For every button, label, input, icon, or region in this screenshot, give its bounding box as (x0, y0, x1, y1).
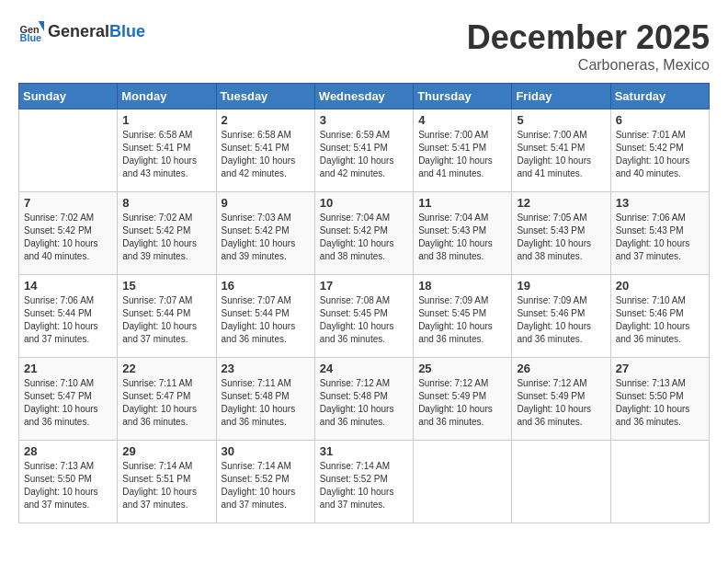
cell-info: Sunrise: 7:07 AM Sunset: 5:44 PM Dayligh… (122, 294, 210, 346)
cell-info: Sunrise: 7:12 AM Sunset: 5:49 PM Dayligh… (418, 377, 506, 429)
day-number: 5 (517, 113, 605, 127)
cell-info: Sunrise: 7:11 AM Sunset: 5:48 PM Dayligh… (222, 377, 310, 429)
svg-text:Blue: Blue (20, 32, 42, 43)
day-number: 2 (222, 113, 310, 127)
day-number: 25 (418, 362, 506, 375)
calendar-cell: 19Sunrise: 7:09 AM Sunset: 5:46 PM Dayli… (512, 275, 610, 358)
cell-info: Sunrise: 7:09 AM Sunset: 5:45 PM Dayligh… (418, 294, 506, 346)
day-number: 7 (24, 196, 112, 210)
logo: Gen Blue GeneralBlue (18, 18, 145, 44)
cell-info: Sunrise: 7:10 AM Sunset: 5:46 PM Dayligh… (616, 294, 704, 346)
calendar-week-4: 21Sunrise: 7:10 AM Sunset: 5:47 PM Dayli… (19, 358, 710, 441)
calendar-cell: 26Sunrise: 7:12 AM Sunset: 5:49 PM Dayli… (512, 358, 610, 441)
day-number: 21 (24, 362, 112, 375)
cell-info: Sunrise: 7:10 AM Sunset: 5:47 PM Dayligh… (24, 377, 112, 429)
cell-info: Sunrise: 7:04 AM Sunset: 5:43 PM Dayligh… (418, 212, 506, 263)
calendar-cell (19, 109, 118, 192)
column-header-friday: Friday (512, 84, 610, 109)
cell-info: Sunrise: 6:58 AM Sunset: 5:41 PM Dayligh… (122, 129, 210, 180)
day-number: 8 (122, 196, 210, 210)
calendar-cell: 11Sunrise: 7:04 AM Sunset: 5:43 PM Dayli… (414, 192, 512, 275)
calendar-cell: 6Sunrise: 7:01 AM Sunset: 5:42 PM Daylig… (610, 109, 709, 192)
calendar-cell: 1Sunrise: 6:58 AM Sunset: 5:41 PM Daylig… (118, 109, 216, 192)
cell-info: Sunrise: 7:12 AM Sunset: 5:49 PM Dayligh… (517, 377, 605, 429)
cell-info: Sunrise: 7:13 AM Sunset: 5:50 PM Dayligh… (24, 460, 112, 511)
page-header: Gen Blue GeneralBlue December 2025 Carbo… (18, 18, 710, 74)
day-number: 1 (122, 113, 210, 127)
day-number: 14 (24, 279, 112, 293)
day-number: 27 (616, 362, 704, 375)
calendar-cell: 3Sunrise: 6:59 AM Sunset: 5:41 PM Daylig… (314, 109, 413, 192)
day-number: 4 (418, 113, 506, 127)
cell-info: Sunrise: 7:01 AM Sunset: 5:42 PM Dayligh… (616, 129, 704, 180)
calendar-cell: 13Sunrise: 7:06 AM Sunset: 5:43 PM Dayli… (610, 192, 709, 275)
day-number: 13 (616, 196, 704, 210)
calendar-cell: 24Sunrise: 7:12 AM Sunset: 5:48 PM Dayli… (314, 358, 413, 441)
calendar-week-1: 1Sunrise: 6:58 AM Sunset: 5:41 PM Daylig… (19, 109, 710, 192)
day-number: 31 (320, 444, 408, 458)
calendar-cell: 16Sunrise: 7:07 AM Sunset: 5:44 PM Dayli… (216, 275, 314, 358)
cell-info: Sunrise: 6:58 AM Sunset: 5:41 PM Dayligh… (222, 129, 310, 180)
column-header-monday: Monday (118, 84, 216, 109)
calendar-cell: 31Sunrise: 7:14 AM Sunset: 5:52 PM Dayli… (314, 441, 413, 523)
location-title: Carboneras, Mexico (467, 57, 710, 74)
cell-info: Sunrise: 7:08 AM Sunset: 5:45 PM Dayligh… (320, 294, 408, 346)
cell-info: Sunrise: 7:14 AM Sunset: 5:52 PM Dayligh… (222, 460, 310, 511)
calendar-cell: 2Sunrise: 6:58 AM Sunset: 5:41 PM Daylig… (216, 109, 314, 192)
calendar-cell: 4Sunrise: 7:00 AM Sunset: 5:41 PM Daylig… (414, 109, 512, 192)
logo-general: General (48, 22, 109, 41)
calendar-cell (610, 441, 709, 523)
calendar-cell: 15Sunrise: 7:07 AM Sunset: 5:44 PM Dayli… (118, 275, 216, 358)
calendar-cell: 17Sunrise: 7:08 AM Sunset: 5:45 PM Dayli… (314, 275, 413, 358)
day-number: 19 (517, 279, 605, 293)
cell-info: Sunrise: 7:06 AM Sunset: 5:43 PM Dayligh… (616, 212, 704, 263)
day-number: 20 (616, 279, 704, 293)
day-number: 11 (418, 196, 506, 210)
calendar-cell: 27Sunrise: 7:13 AM Sunset: 5:50 PM Dayli… (610, 358, 709, 441)
cell-info: Sunrise: 7:05 AM Sunset: 5:43 PM Dayligh… (517, 212, 605, 263)
cell-info: Sunrise: 7:11 AM Sunset: 5:47 PM Dayligh… (122, 377, 210, 429)
title-area: December 2025 Carboneras, Mexico (467, 18, 710, 74)
calendar-cell: 22Sunrise: 7:11 AM Sunset: 5:47 PM Dayli… (118, 358, 216, 441)
calendar-cell: 10Sunrise: 7:04 AM Sunset: 5:42 PM Dayli… (314, 192, 413, 275)
calendar-week-5: 28Sunrise: 7:13 AM Sunset: 5:50 PM Dayli… (19, 441, 710, 523)
cell-info: Sunrise: 7:13 AM Sunset: 5:50 PM Dayligh… (616, 377, 704, 429)
calendar-cell: 30Sunrise: 7:14 AM Sunset: 5:52 PM Dayli… (216, 441, 314, 523)
calendar-cell: 28Sunrise: 7:13 AM Sunset: 5:50 PM Dayli… (19, 441, 118, 523)
cell-info: Sunrise: 7:14 AM Sunset: 5:51 PM Dayligh… (122, 460, 210, 511)
column-header-thursday: Thursday (414, 84, 512, 109)
day-number: 28 (24, 444, 112, 458)
calendar-week-2: 7Sunrise: 7:02 AM Sunset: 5:42 PM Daylig… (19, 192, 710, 275)
day-number: 9 (222, 196, 310, 210)
cell-info: Sunrise: 7:14 AM Sunset: 5:52 PM Dayligh… (320, 460, 408, 511)
calendar-cell: 8Sunrise: 7:02 AM Sunset: 5:42 PM Daylig… (118, 192, 216, 275)
cell-info: Sunrise: 7:06 AM Sunset: 5:44 PM Dayligh… (24, 294, 112, 346)
logo-blue: Blue (109, 22, 145, 41)
day-number: 6 (616, 113, 704, 127)
day-number: 23 (222, 362, 310, 375)
calendar-cell: 7Sunrise: 7:02 AM Sunset: 5:42 PM Daylig… (19, 192, 118, 275)
day-number: 3 (320, 113, 408, 127)
day-number: 18 (418, 279, 506, 293)
month-title: December 2025 (467, 18, 710, 57)
column-header-saturday: Saturday (610, 84, 709, 109)
day-number: 30 (222, 444, 310, 458)
day-number: 17 (320, 279, 408, 293)
calendar-cell: 20Sunrise: 7:10 AM Sunset: 5:46 PM Dayli… (610, 275, 709, 358)
column-header-wednesday: Wednesday (314, 84, 413, 109)
calendar-cell: 14Sunrise: 7:06 AM Sunset: 5:44 PM Dayli… (19, 275, 118, 358)
day-number: 26 (517, 362, 605, 375)
calendar-cell (512, 441, 610, 523)
calendar-header-row: SundayMondayTuesdayWednesdayThursdayFrid… (19, 84, 710, 109)
cell-info: Sunrise: 7:03 AM Sunset: 5:42 PM Dayligh… (222, 212, 310, 263)
column-header-sunday: Sunday (19, 84, 118, 109)
cell-info: Sunrise: 7:04 AM Sunset: 5:42 PM Dayligh… (320, 212, 408, 263)
calendar-cell: 25Sunrise: 7:12 AM Sunset: 5:49 PM Dayli… (414, 358, 512, 441)
cell-info: Sunrise: 7:00 AM Sunset: 5:41 PM Dayligh… (418, 129, 506, 180)
cell-info: Sunrise: 7:00 AM Sunset: 5:41 PM Dayligh… (517, 129, 605, 180)
calendar-cell: 23Sunrise: 7:11 AM Sunset: 5:48 PM Dayli… (216, 358, 314, 441)
day-number: 22 (122, 362, 210, 375)
cell-info: Sunrise: 7:02 AM Sunset: 5:42 PM Dayligh… (122, 212, 210, 263)
calendar-cell: 5Sunrise: 7:00 AM Sunset: 5:41 PM Daylig… (512, 109, 610, 192)
logo-icon: Gen Blue (18, 18, 44, 44)
